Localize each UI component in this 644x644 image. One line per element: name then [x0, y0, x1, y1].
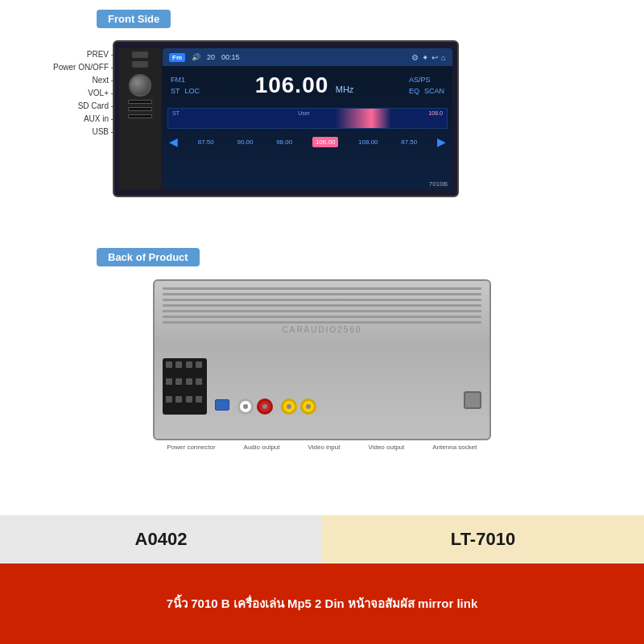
asps-label: AS/PS	[409, 76, 444, 84]
freq-area: FM1 ST LOC 106.00 MHz AS/PS	[163, 66, 452, 105]
pin	[175, 378, 182, 385]
pin	[175, 361, 182, 368]
product-code: A0402	[135, 529, 188, 550]
time-display: 00:15	[221, 53, 240, 61]
scale-st: ST	[172, 110, 180, 116]
aux-slot	[128, 107, 152, 111]
label-vol: VOL+	[16, 87, 113, 100]
label-prev: PREV	[16, 48, 113, 61]
pin	[196, 396, 202, 402]
loc-label: LOC	[185, 87, 200, 95]
vent-line	[163, 304, 481, 307]
freq-btn-1[interactable]: 87.50	[195, 137, 217, 147]
usb-slot	[128, 114, 152, 118]
frequency-display: 106.00 MHz	[255, 72, 354, 98]
vent-line	[163, 310, 481, 312]
pin	[166, 361, 172, 368]
freq-unit: MHz	[336, 85, 354, 94]
back-section: Back of Product CARAUDIO2560	[0, 242, 644, 515]
bluetooth-icon: ✦	[422, 53, 428, 62]
video-input-label: Video input	[308, 444, 341, 451]
freq-right: AS/PS EQ SCAN	[409, 76, 444, 95]
freq-value: 106.00	[255, 72, 329, 97]
product-description: 7นิ้ว 7010 B เครื่องเล่น Mp5 2 Din หน้าจ…	[167, 594, 478, 613]
rca-yellow-out	[300, 398, 316, 415]
home-icon: ⌂	[441, 53, 446, 62]
code-box: A0402	[0, 515, 322, 564]
left-labels: PREV Power ON/OFF Next VOL+ SD Card AUX …	[16, 48, 113, 138]
bottom-row2: 7นิ้ว 7010 B เครื่องเล่น Mp5 2 Din หน้าจ…	[0, 564, 644, 644]
scan-label: SCAN	[424, 87, 444, 95]
pin	[186, 396, 192, 402]
antenna-socket-label: Antenna socket	[432, 444, 477, 451]
model-box: LT-7010	[322, 515, 644, 564]
freq-left: FM1 ST LOC	[171, 76, 200, 95]
main-container: Front Side PREV Power ON/OFF Next VOL+ S…	[0, 0, 644, 644]
back-device-container: CARAUDIO2560	[16, 279, 628, 451]
freq-btn-4[interactable]: 106.00	[312, 137, 338, 147]
audio-output-label: Audio output	[244, 444, 280, 451]
fm-icon: Fm	[169, 53, 185, 62]
front-device-container: PREV Power ON/OFF Next VOL+ SD Card AUX …	[16, 40, 628, 197]
freq-buttons: ◀ 87.50 90.00 98.00 106.00 108.00 87.50 …	[163, 132, 452, 151]
status-icons: ⚙ ✦ ↩ ⌂	[411, 53, 446, 62]
vent-line	[163, 321, 481, 324]
front-side-label: Front Side	[97, 10, 171, 28]
scale-freq: 108.0	[428, 110, 443, 116]
next-arrow[interactable]: ▶	[437, 135, 446, 148]
screen-statusbar: Fm 🔊 20 00:15 ⚙ ✦ ↩ ⌂	[163, 48, 452, 66]
pin	[175, 396, 182, 402]
label-sdcard: SD Card	[16, 100, 113, 113]
vent-line	[163, 316, 481, 318]
video-rca-group	[281, 398, 316, 415]
product-model: LT-7010	[451, 529, 515, 550]
power-connector	[163, 358, 207, 415]
rca-red	[257, 398, 273, 415]
volume-value: 20	[207, 53, 215, 61]
vent-line	[163, 287, 481, 290]
pin	[186, 378, 192, 385]
front-section: Front Side PREV Power ON/OFF Next VOL+ S…	[0, 0, 644, 242]
label-next: Next	[16, 74, 113, 87]
radio-back: CARAUDIO2560	[153, 279, 491, 440]
usb-port	[215, 399, 229, 411]
pin	[186, 361, 192, 368]
vent-line	[163, 299, 481, 301]
watermark-text: CARAUDIO2560	[282, 325, 361, 334]
rca-white	[237, 398, 254, 415]
label-aux: AUX in	[16, 113, 113, 126]
eq-label: EQ	[409, 87, 419, 95]
label-usb: USB	[16, 126, 113, 138]
st-label: ST	[171, 87, 180, 95]
video-output-label: Video output	[368, 444, 404, 451]
volume-icon: 🔊	[192, 53, 200, 61]
vent-lines	[163, 287, 481, 324]
tuner-scale: ST User 108.0	[168, 109, 447, 117]
pin	[196, 378, 202, 385]
freq-btn-6[interactable]: 87.50	[398, 137, 420, 147]
back-side-label: Back of Product	[97, 248, 200, 266]
top-button[interactable]	[132, 52, 148, 58]
model-tag: 7010B	[429, 180, 448, 188]
sd-slot	[128, 100, 152, 104]
tuner-bar: ST User 108.0	[167, 108, 448, 129]
bottom-row1: A0402 LT-7010	[0, 515, 644, 564]
mid-button[interactable]	[132, 61, 148, 68]
freq-btn-2[interactable]: 90.00	[233, 137, 256, 147]
freq-btn-5[interactable]: 108.00	[355, 137, 381, 147]
prev-arrow[interactable]: ◀	[169, 135, 178, 148]
back-icon: ↩	[431, 53, 438, 62]
settings-icon: ⚙	[411, 53, 419, 62]
station-label: FM1	[171, 76, 200, 84]
bottom-section: A0402 LT-7010 7นิ้ว 7010 B เครื่องเล่น M…	[0, 515, 644, 644]
scale-user: User	[298, 110, 310, 116]
power-connector-label: Power connector	[167, 444, 216, 451]
port-labels: Power connector Audio output Video input…	[153, 444, 491, 451]
volume-knob[interactable]	[129, 74, 151, 97]
radio-front: Fm 🔊 20 00:15 ⚙ ✦ ↩ ⌂	[113, 40, 459, 197]
audio-rca-group	[237, 398, 273, 415]
pin	[166, 396, 172, 402]
freq-btn-3[interactable]: 98.00	[273, 137, 295, 147]
pin	[166, 378, 172, 385]
antenna-socket	[464, 391, 481, 409]
